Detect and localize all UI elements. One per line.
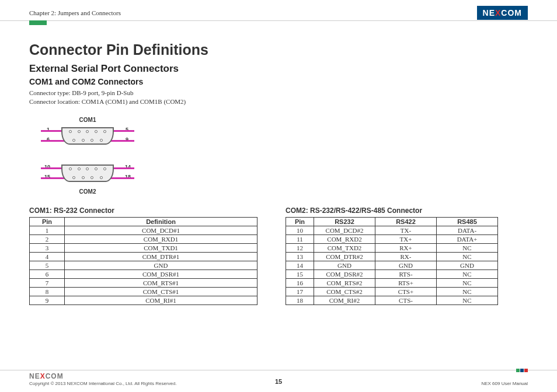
table-cell: 13: [286, 252, 314, 261]
footer-logo: NEXCOM: [29, 372, 177, 380]
table-cell: NC: [437, 243, 498, 252]
table-cell: COM_DCD#2: [314, 226, 375, 235]
table-row: 7COM_RTS#1: [30, 278, 257, 287]
com2-diagram: 10 14 15 18 COM2: [29, 159, 146, 195]
table-cell: CTS-: [375, 296, 437, 304]
com2-table: PinRS232RS422RS485 10COM_DCD#2TX-DATA-11…: [286, 217, 498, 305]
db9-shape-2: [61, 164, 114, 182]
table-row: 10COM_DCD#2TX-DATA-: [286, 226, 498, 235]
table-cell: 7: [30, 278, 65, 287]
table-cell: RTS+: [375, 278, 437, 287]
table-row: 9COM_RI#1: [30, 296, 257, 304]
brand-part-com: COM: [501, 8, 522, 18]
table-cell: GND: [65, 261, 257, 270]
com1-table-wrap: COM1: RS-232 Connector PinDefinition 1CO…: [29, 206, 257, 305]
connector-location-line: Connector location: COM1A (COM1) and COM…: [29, 97, 528, 106]
copyright-text: Copyright © 2013 NEXCOM International Co…: [29, 381, 177, 386]
table-cell: 11: [286, 235, 314, 243]
subsection-title: COM1 and COM2 Connectors: [29, 77, 528, 86]
footer-right-text: NEX 609 User Manual: [481, 381, 528, 386]
table-cell: 5: [30, 261, 65, 270]
table-cell: COM_RXD2: [314, 235, 375, 243]
table-row: 5GND: [30, 261, 257, 270]
table-row: 14GNDGNDGND: [286, 261, 498, 270]
table-cell: 12: [286, 243, 314, 252]
table-cell: RX-: [375, 252, 437, 261]
table-row: 3COM_TXD1: [30, 243, 257, 252]
table-cell: NC: [437, 296, 498, 304]
chapter-title: Chapter 2: Jumpers and Connectors: [29, 9, 121, 16]
table-cell: 4: [30, 252, 65, 261]
table-cell: DATA+: [437, 235, 498, 243]
table-row: 17COM_CTS#2CTS+NC: [286, 287, 498, 296]
table-cell: 14: [286, 261, 314, 270]
brand-part-x: X: [495, 8, 501, 18]
accent-bar: [29, 20, 47, 25]
table-cell: RX+: [375, 243, 437, 252]
com2-table-title: COM2: RS-232/RS-422/RS-485 Connector: [286, 206, 498, 215]
table-cell: GND: [375, 261, 437, 270]
com2-label: COM2: [29, 188, 146, 195]
table-cell: COM_RI#2: [314, 296, 375, 304]
table-cell: NC: [437, 287, 498, 296]
table-cell: COM_RI#1: [65, 296, 257, 304]
table-row: 6COM_DSR#1: [30, 270, 257, 278]
table-row: 13COM_DTR#2RX-NC: [286, 252, 498, 261]
table-row: 4COM_DTR#1: [30, 252, 257, 261]
table-cell: 16: [286, 278, 314, 287]
table-header: Pin: [286, 217, 314, 226]
table-cell: GND: [314, 261, 375, 270]
table-header: RS485: [437, 217, 498, 226]
table-cell: NC: [437, 252, 498, 261]
com1-label: COM1: [29, 117, 146, 123]
table-cell: COM_DSR#1: [65, 270, 257, 278]
table-cell: 1: [30, 226, 65, 235]
table-cell: COM_TXD1: [65, 243, 257, 252]
table-cell: COM_TXD2: [314, 243, 375, 252]
connector-diagrams: COM1 1 5 6 9 10 14 15 18 COM2: [29, 117, 528, 195]
page-title: Connector Pin Definitions: [29, 41, 528, 58]
table-header: RS422: [375, 217, 437, 226]
com1-table: PinDefinition 1COM_DCD#12COM_RXD13COM_TX…: [29, 217, 257, 305]
com1-table-title: COM1: RS-232 Connector: [29, 206, 257, 215]
table-cell: 17: [286, 287, 314, 296]
table-cell: CTS+: [375, 287, 437, 296]
page-number: 15: [275, 378, 282, 385]
table-row: 16COM_RTS#2RTS+NC: [286, 278, 498, 287]
table-row: 15COM_DSR#2RTS-NC: [286, 270, 498, 278]
brand-part-ne: NE: [483, 8, 495, 18]
table-cell: COM_CTS#1: [65, 287, 257, 296]
table-row: 1COM_DCD#1: [30, 226, 257, 235]
connector-type-line: Connector type: DB-9 port, 9-pin D-Sub: [29, 89, 528, 97]
table-cell: 15: [286, 270, 314, 278]
table-cell: COM_DTR#2: [314, 252, 375, 261]
table-cell: COM_DSR#2: [314, 270, 375, 278]
table-cell: 18: [286, 296, 314, 304]
table-cell: TX+: [375, 235, 437, 243]
table-cell: GND: [437, 261, 498, 270]
table-cell: NC: [437, 278, 498, 287]
table-header: RS232: [314, 217, 375, 226]
table-row: 8COM_CTS#1: [30, 287, 257, 296]
table-cell: DATA-: [437, 226, 498, 235]
table-cell: COM_RTS#1: [65, 278, 257, 287]
com2-table-wrap: COM2: RS-232/RS-422/RS-485 Connector Pin…: [286, 206, 498, 305]
section-title: External Serial Port Connectors: [29, 63, 528, 75]
table-cell: 2: [30, 235, 65, 243]
page-footer: NEXCOM Copyright © 2013 NEXCOM Internati…: [0, 370, 557, 386]
db9-shape: [61, 127, 114, 145]
footer-corner-icon: [516, 369, 528, 372]
table-header: Definition: [65, 217, 257, 226]
table-cell: 6: [30, 270, 65, 278]
table-cell: COM_RXD1: [65, 235, 257, 243]
brand-logo: NEXCOM: [477, 6, 528, 20]
table-cell: 10: [286, 226, 314, 235]
table-row: 12COM_TXD2RX+NC: [286, 243, 498, 252]
com1-diagram: COM1 1 5 6 9: [29, 117, 146, 153]
table-row: 18COM_RI#2CTS-NC: [286, 296, 498, 304]
table-cell: NC: [437, 270, 498, 278]
table-cell: 8: [30, 287, 65, 296]
table-cell: COM_RTS#2: [314, 278, 375, 287]
table-cell: TX-: [375, 226, 437, 235]
table-cell: 3: [30, 243, 65, 252]
